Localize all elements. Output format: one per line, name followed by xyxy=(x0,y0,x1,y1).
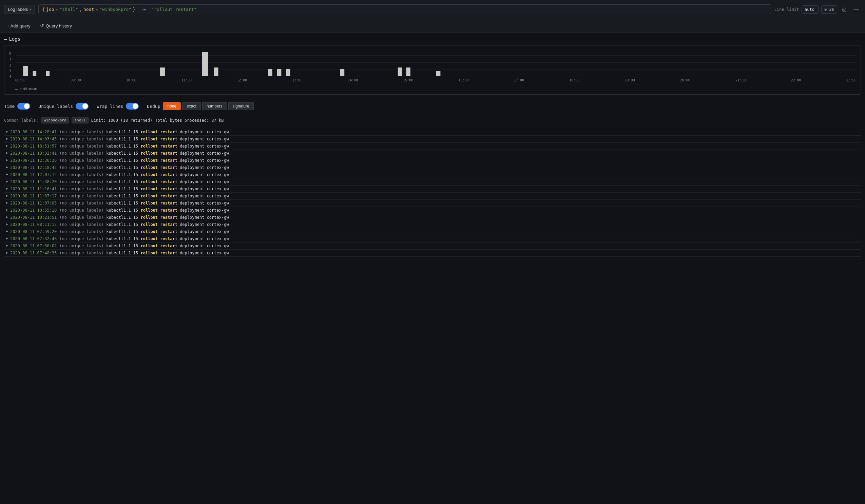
common-labels-label: Common labels: xyxy=(4,118,38,123)
right-controls: Line limit auto 0.2s ◎ — xyxy=(774,5,861,14)
logs-section: — Logs 4 3 2 1 0 xyxy=(0,33,865,260)
log-timestamp: 2020-08-11 07:59:20 xyxy=(10,229,59,234)
query-eq2: = xyxy=(95,7,98,12)
log-message: kubectl1.1.15 rollout restart deployment… xyxy=(106,222,229,227)
log-row[interactable]: ▶ 2020-08-11 14:28:41 (no unique labels)… xyxy=(4,129,861,136)
dedup-exact-button[interactable]: exact xyxy=(182,102,201,110)
chart-legend: — unknown xyxy=(9,84,856,94)
log-labels-col: (no unique labels) xyxy=(59,208,106,213)
query-host-val: "winbookpro" xyxy=(100,7,131,12)
query-history-button[interactable]: ↺ Query history xyxy=(37,22,74,30)
log-expand-button[interactable]: ▶ xyxy=(4,187,10,190)
unique-labels-control: Unique labels xyxy=(38,103,89,109)
log-row[interactable]: ▶ 2020-08-11 07:48:33 (no unique labels)… xyxy=(4,250,861,257)
query-input[interactable]: {job="shell",host="winbookpro"} |= "roll… xyxy=(38,4,771,14)
chart-x-labels: 08:00 09:00 10:00 11:00 12:00 13:00 14:0… xyxy=(15,77,856,84)
log-row[interactable]: ▶ 2020-08-11 12:30:36 (no unique labels)… xyxy=(4,157,861,164)
log-row[interactable]: ▶ 2020-08-11 13:32:41 (no unique labels)… xyxy=(4,150,861,157)
log-row[interactable]: ▶ 2020-08-11 12:07:12 (no unique labels)… xyxy=(4,171,861,178)
log-expand-button[interactable]: ▶ xyxy=(4,201,10,204)
svg-rect-8 xyxy=(160,68,165,76)
svg-rect-16 xyxy=(406,68,411,76)
dedup-numbers-button[interactable]: numbers xyxy=(202,102,227,110)
log-expand-button[interactable]: ▶ xyxy=(4,137,10,140)
log-row[interactable]: ▶ 2020-08-11 11:38:20 (no unique labels)… xyxy=(4,178,861,186)
log-labels-button[interactable]: Log labels ▾ xyxy=(4,5,35,14)
log-expand-button[interactable]: ▶ xyxy=(4,215,10,219)
log-timestamp: 2020-08-11 11:07:17 xyxy=(10,194,59,198)
log-timestamp: 2020-08-11 12:30:36 xyxy=(10,158,59,163)
common-labels-row: Common labels: winbookpro shell Limit: 1… xyxy=(4,114,861,127)
log-message: kubectl1.1.15 rollout restart deployment… xyxy=(106,179,229,184)
log-timestamp: 2020-08-11 14:28:41 xyxy=(10,130,59,134)
log-row[interactable]: ▶ 2020-08-11 11:07:05 (no unique labels)… xyxy=(4,200,861,207)
log-expand-button[interactable]: ▶ xyxy=(4,229,10,233)
label-chip-shell: shell xyxy=(72,117,88,124)
log-message: kubectl1.1.15 rollout restart deployment… xyxy=(106,165,229,170)
log-timestamp: 2020-08-11 10:21:51 xyxy=(10,215,59,220)
log-expand-button[interactable]: ▶ xyxy=(4,208,10,212)
time-control: Time xyxy=(4,103,30,109)
log-timestamp: 2020-08-11 07:48:33 xyxy=(10,251,59,255)
time-toggle[interactable] xyxy=(17,103,30,109)
log-row[interactable]: ▶ 2020-08-11 10:21:51 (no unique labels)… xyxy=(4,214,861,221)
log-message: kubectl1.1.15 rollout restart deployment… xyxy=(106,130,229,134)
log-labels-col: (no unique labels) xyxy=(59,201,106,206)
dedup-signature-button[interactable]: signature xyxy=(228,102,254,110)
dedup-none-button[interactable]: none xyxy=(163,102,181,110)
log-row[interactable]: ▶ 2020-08-11 08:11:12 (no unique labels)… xyxy=(4,221,861,228)
log-expand-button[interactable]: ▶ xyxy=(4,130,10,133)
unique-labels-label: Unique labels xyxy=(38,104,73,109)
line-limit-input[interactable]: auto xyxy=(801,5,819,14)
svg-rect-9 xyxy=(202,52,208,76)
log-timestamp: 2020-08-11 12:07:12 xyxy=(10,172,59,177)
log-expand-button[interactable]: ▶ xyxy=(4,172,10,176)
query-host-key: host xyxy=(83,7,94,12)
log-row[interactable]: ▶ 2020-08-11 11:07:17 (no unique labels)… xyxy=(4,193,861,200)
log-message: kubectl1.1.15 rollout restart deployment… xyxy=(106,244,229,248)
add-query-button[interactable]: + Add query xyxy=(4,22,33,30)
minus-icon: — xyxy=(853,7,859,12)
log-expand-button[interactable]: ▶ xyxy=(4,158,10,162)
log-timestamp: 2020-08-11 11:07:05 xyxy=(10,201,59,206)
log-row[interactable]: ▶ 2020-08-11 07:50:02 (no unique labels)… xyxy=(4,243,861,250)
log-labels-col: (no unique labels) xyxy=(59,215,106,220)
query-history-label: Query history xyxy=(46,23,72,28)
log-labels-text: Log labels xyxy=(8,7,28,12)
log-expand-button[interactable]: ▶ xyxy=(4,194,10,197)
log-message: kubectl1.1.15 rollout restart deployment… xyxy=(106,251,229,255)
log-message: kubectl1.1.15 rollout restart deployment… xyxy=(106,137,229,141)
log-labels-col: (no unique labels) xyxy=(59,158,106,163)
wrap-lines-toggle[interactable] xyxy=(126,103,139,109)
log-chart: 4 3 2 1 0 xyxy=(4,45,861,95)
log-message: kubectl1.1.15 rollout restart deployment… xyxy=(106,172,229,177)
log-message: kubectl1.1.15 rollout restart deployment… xyxy=(106,208,229,213)
label-chip-winbookpro: winbookpro xyxy=(41,117,69,124)
wrap-lines-label: Wrap lines xyxy=(97,104,123,109)
limit-text: Limit: 1000 (18 returned) xyxy=(91,118,153,123)
svg-rect-15 xyxy=(398,68,402,76)
log-row[interactable]: ▶ 2020-08-11 12:18:42 (no unique labels)… xyxy=(4,164,861,171)
log-expand-button[interactable]: ▶ xyxy=(4,236,10,240)
history-icon: ↺ xyxy=(40,23,44,28)
log-expand-button[interactable]: ▶ xyxy=(4,244,10,247)
collapse-icon[interactable]: — xyxy=(4,36,7,42)
log-message: kubectl1.1.15 rollout restart deployment… xyxy=(106,158,229,163)
log-row[interactable]: ▶ 2020-08-11 14:03:45 (no unique labels)… xyxy=(4,136,861,143)
log-labels-col: (no unique labels) xyxy=(59,222,106,227)
eye-icon-button[interactable]: ◎ xyxy=(840,5,849,13)
log-expand-button[interactable]: ▶ xyxy=(4,222,10,226)
log-row[interactable]: ▶ 2020-08-11 07:52:48 (no unique labels)… xyxy=(4,235,861,243)
log-row[interactable]: ▶ 2020-08-11 13:51:57 (no unique labels)… xyxy=(4,143,861,150)
minus-button[interactable]: — xyxy=(851,6,861,13)
query-close-brace: } xyxy=(132,7,135,12)
log-expand-button[interactable]: ▶ xyxy=(4,144,10,148)
log-row[interactable]: ▶ 2020-08-11 11:16:41 (no unique labels)… xyxy=(4,186,861,193)
log-expand-button[interactable]: ▶ xyxy=(4,165,10,169)
log-expand-button[interactable]: ▶ xyxy=(4,151,10,155)
log-row[interactable]: ▶ 2020-08-11 07:59:20 (no unique labels)… xyxy=(4,228,861,235)
log-expand-button[interactable]: ▶ xyxy=(4,179,10,183)
log-expand-button[interactable]: ▶ xyxy=(4,251,10,254)
unique-labels-toggle[interactable] xyxy=(76,103,89,109)
log-row[interactable]: ▶ 2020-08-11 10:55:10 (no unique labels)… xyxy=(4,207,861,214)
